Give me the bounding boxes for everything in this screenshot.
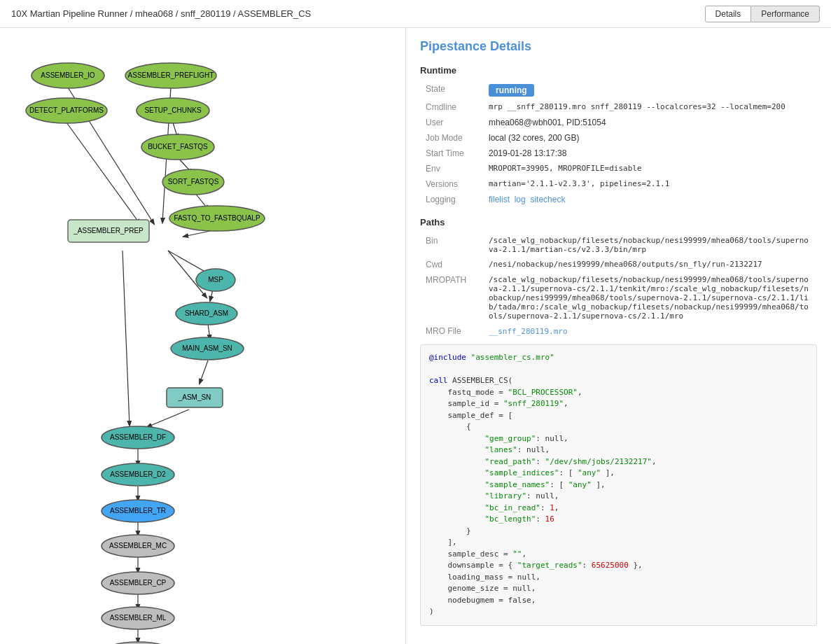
svg-text:ASSEMBLER_ML: ASSEMBLER_ML	[110, 614, 167, 622]
node-assembler-ml[interactable]: ASSEMBLER_ML	[102, 607, 174, 629]
pipeline-graph: ASSEMBLER_IO ASSEMBLER_PREFLIGHT DETECT_…	[0, 28, 406, 644]
starttime-value: 2019-01-28 13:17:38	[483, 146, 817, 161]
logging-label: Logging	[420, 192, 483, 207]
svg-text:ASSEMBLER_TR: ASSEMBLER_TR	[110, 507, 166, 514]
svg-line-13	[123, 251, 130, 426]
svg-text:ASSEMBLER_MC: ASSEMBLER_MC	[109, 542, 167, 550]
cwd-value: /nesi/nobackup/nesi99999/mhea068/outputs…	[483, 257, 817, 272]
cwd-row: Cwd /nesi/nobackup/nesi99999/mhea068/out…	[420, 257, 817, 272]
cmdline-value: mrp __snff_280119.mro snff_280119 --loca…	[483, 99, 817, 115]
svg-text:ASSEMBLER_DF: ASSEMBLER_DF	[110, 433, 166, 441]
state-badge: running	[489, 84, 534, 97]
mro-code-block: @include "assembler_cs.mro" call ASSEMBL…	[420, 344, 817, 626]
mrofile-row: MRO File __snff_280119.mro	[420, 323, 817, 339]
svg-text:_ASM_SN: _ASM_SN	[178, 393, 211, 401]
svg-text:ASSEMBLER_PREFLIGHT: ASSEMBLER_PREFLIGHT	[128, 71, 214, 79]
starttime-row: Start Time 2019-01-28 13:17:38	[420, 146, 817, 161]
svg-line-11	[200, 360, 208, 384]
node-assembler-cp[interactable]: ASSEMBLER_CP	[102, 572, 174, 594]
versions-row: Versions martian='2.1.1-v2.3.3', pipelin…	[420, 176, 817, 192]
paths-table: Bin /scale_wlg_nobackup/filesets/nobacku…	[420, 233, 817, 339]
logging-sitecheck-link[interactable]: sitecheck	[530, 195, 565, 204]
svg-text:SETUP_CHUNKS: SETUP_CHUNKS	[144, 106, 201, 114]
node-bucket-fastqs[interactable]: BUCKET_FASTQS	[141, 134, 214, 160]
svg-text:_ASSEMBLER_PREP: _ASSEMBLER_PREP	[73, 227, 144, 234]
node-shard-asm[interactable]: SHARD_ASM	[176, 302, 237, 325]
details-button[interactable]: Details	[705, 6, 752, 22]
svg-text:MAIN_ASM_SN: MAIN_ASM_SN	[182, 344, 232, 352]
page-title: 10X Martian Pipeline Runner / mhea068 / …	[11, 8, 311, 19]
node-assembler-df[interactable]: ASSEMBLER_DF	[102, 426, 174, 449]
svg-text:MSP: MSP	[208, 276, 223, 284]
node-assembler-tr[interactable]: ASSEMBLER_TR	[102, 500, 174, 522]
runtime-label: Runtime	[420, 65, 817, 76]
env-label: Env	[420, 161, 483, 176]
svg-text:ASSEMBLER_IO: ASSEMBLER_IO	[41, 71, 95, 79]
svg-text:DETECT_PLATFORMS: DETECT_PLATFORMS	[29, 106, 104, 114]
node-detect-platforms[interactable]: DETECT_PLATFORMS	[26, 98, 107, 123]
mrofile-label: MRO File	[420, 323, 483, 339]
svg-text:BUCKET_FASTQS: BUCKET_FASTQS	[148, 143, 208, 150]
env-value: MROPORT=39905, MROPROFILE=disable	[483, 161, 817, 176]
performance-button[interactable]: Performance	[751, 6, 820, 22]
runtime-table: State running Cmdline mrp __snff_280119.…	[420, 81, 817, 207]
mrofile-link[interactable]: __snff_280119.mro	[489, 327, 568, 336]
node-fastq-to-fastbqualp[interactable]: FASTQ_TO_FASTBQUALP	[169, 206, 265, 231]
svg-line-2	[67, 122, 140, 224]
node-asm-sn[interactable]: _ASM_SN	[167, 388, 223, 407]
jobmode-value: local (32 cores, 200 GB)	[483, 130, 817, 146]
node-assembler-io[interactable]: ASSEMBLER_IO	[32, 63, 104, 88]
svg-line-6	[183, 231, 210, 237]
user-label: User	[420, 115, 483, 130]
node-assembler-mc[interactable]: ASSEMBLER_MC	[102, 535, 174, 557]
svg-text:FASTQ_TO_FASTBQUALP: FASTQ_TO_FASTBQUALP	[174, 214, 260, 222]
svg-text:ASSEMBLER_D2: ASSEMBLER_D2	[110, 470, 166, 478]
svg-text:SHARD_ASM: SHARD_ASM	[185, 309, 228, 317]
logging-row: Logging filelist log sitecheck	[420, 192, 817, 207]
starttime-label: Start Time	[420, 146, 483, 161]
node-msp[interactable]: MSP	[196, 269, 235, 291]
bin-row: Bin /scale_wlg_nobackup/filesets/nobacku…	[420, 233, 817, 257]
cwd-label: Cwd	[420, 257, 483, 272]
node-main-asm-sn[interactable]: MAIN_ASM_SN	[171, 337, 244, 360]
node-setup-chunks[interactable]: SETUP_CHUNKS	[137, 98, 209, 123]
mropath-row: MROPATH /scale_wlg_nobackup/filesets/nob…	[420, 272, 817, 323]
jobmode-row: Job Mode local (32 cores, 200 GB)	[420, 130, 817, 146]
mropath-value: /scale_wlg_nobackup/filesets/nobackup/ne…	[483, 272, 817, 323]
details-panel: Pipestance Details Runtime State running…	[406, 28, 831, 644]
header-buttons: Details Performance	[705, 6, 820, 22]
node-assembler-d2[interactable]: ASSEMBLER_D2	[102, 463, 174, 486]
mropath-label: MROPATH	[420, 272, 483, 323]
env-row: Env MROPORT=39905, MROPROFILE=disable	[420, 161, 817, 176]
state-row: State running	[420, 81, 817, 99]
svg-text:ASSEMBLER_CP: ASSEMBLER_CP	[110, 579, 167, 587]
svg-text:SORT_FASTQS: SORT_FASTQS	[168, 178, 219, 186]
state-label: State	[420, 81, 483, 99]
cmdline-row: Cmdline mrp __snff_280119.mro snff_28011…	[420, 99, 817, 115]
cmdline-label: Cmdline	[420, 99, 483, 115]
paths-label: Paths	[420, 217, 817, 227]
node-sort-fastqs[interactable]: SORT_FASTQS	[162, 169, 224, 195]
bin-label: Bin	[420, 233, 483, 257]
versions-label: Versions	[420, 176, 483, 192]
graph-panel: ASSEMBLER_IO ASSEMBLER_PREFLIGHT DETECT_…	[0, 28, 406, 644]
node-assembler-preflight[interactable]: ASSEMBLER_PREFLIGHT	[125, 63, 216, 88]
user-value: mhea068@wbh001, PID:51054	[483, 115, 817, 130]
jobmode-label: Job Mode	[420, 130, 483, 146]
logging-filelist-link[interactable]: filelist	[489, 195, 510, 204]
bin-value: /scale_wlg_nobackup/filesets/nobackup/ne…	[483, 233, 817, 257]
logging-log-link[interactable]: log	[515, 195, 526, 204]
versions-value: martian='2.1.1-v2.3.3', pipelines=2.1.1	[483, 176, 817, 192]
node-assembler-prep[interactable]: _ASSEMBLER_PREP	[68, 220, 149, 242]
svg-line-12	[147, 410, 189, 427]
user-row: User mhea068@wbh001, PID:51054	[420, 115, 817, 130]
section-heading: Pipestance Details	[420, 39, 817, 54]
